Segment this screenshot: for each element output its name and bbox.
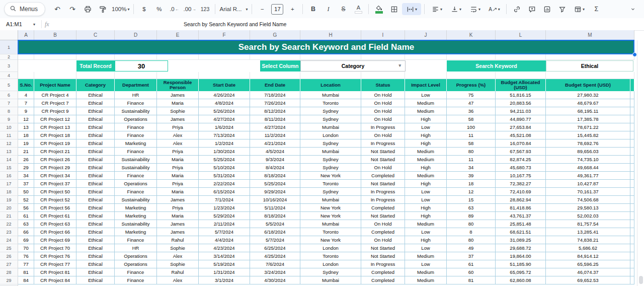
table-cell[interactable]: Finance: [115, 123, 157, 131]
undo-button[interactable]: ↶: [50, 3, 64, 15]
table-cell[interactable]: 8/18/2024: [250, 212, 300, 220]
table-cell[interactable]: James: [157, 196, 199, 204]
row-header-22[interactable]: 22: [0, 220, 18, 228]
create-filter-button[interactable]: [555, 3, 569, 15]
table-cell[interactable]: High: [405, 180, 447, 188]
table-cell[interactable]: 51,185.90: [496, 260, 546, 268]
strikethrough-button[interactable]: S: [336, 3, 350, 15]
table-cell[interactable]: Sustainability: [115, 156, 157, 164]
table-cell[interactable]: 10,427.87: [546, 180, 630, 188]
table-cell[interactable]: Completed: [361, 204, 405, 212]
table-cell[interactable]: Ethical: [76, 172, 115, 180]
column-header-i[interactable]: I: [361, 30, 405, 40]
table-cell[interactable]: 4/4/2024: [199, 236, 250, 244]
column-header-g[interactable]: G: [250, 30, 300, 40]
row-header-29[interactable]: 29: [0, 276, 18, 284]
table-cell[interactable]: Toronto: [300, 252, 361, 260]
table-cell[interactable]: Completed: [361, 276, 405, 284]
table-cell[interactable]: Medium: [405, 252, 447, 260]
row-header-17[interactable]: 17: [0, 180, 18, 188]
table-cell[interactable]: 7: [18, 99, 34, 107]
table-cell[interactable]: 56: [18, 204, 34, 212]
empty-cell[interactable]: [361, 72, 405, 79]
table-cell[interactable]: Priya: [157, 123, 199, 131]
table-cell[interactable]: 46,074.37: [546, 268, 630, 276]
table-cell[interactable]: Ethical: [76, 180, 115, 188]
column-header-j[interactable]: J: [405, 30, 447, 40]
table-cell[interactable]: 8/11/2024: [250, 115, 300, 123]
table-cell[interactable]: 50: [18, 188, 34, 196]
table-cell[interactable]: High: [405, 204, 447, 212]
table-cell[interactable]: Ethical: [76, 260, 115, 268]
table-cell[interactable]: Low: [405, 196, 447, 204]
table-cell[interactable]: Low: [405, 91, 447, 99]
search-keyword-label-cell[interactable]: Search Keyword: [447, 60, 546, 72]
font-select[interactable]: Arial R...: [218, 3, 249, 15]
table-cell[interactable]: CR Project 61: [34, 212, 76, 220]
table-cell[interactable]: 51,816.15: [496, 91, 546, 99]
table-cell[interactable]: Sydney: [300, 188, 361, 196]
row-header-3[interactable]: 3: [0, 60, 18, 72]
table-cell[interactable]: 66: [18, 228, 34, 236]
table-cell[interactable]: CR Project 12: [34, 115, 76, 123]
table-cell[interactable]: 5/11/2024: [250, 204, 300, 212]
table-cell[interactable]: Completed: [361, 228, 405, 236]
table-cell[interactable]: CR Project 29: [34, 164, 76, 172]
table-cell[interactable]: 4/8/2024: [199, 99, 250, 107]
selection-fill-handle[interactable]: [632, 52, 637, 57]
table-cell[interactable]: On Hold: [361, 220, 405, 228]
merge-cells-button[interactable]: [402, 3, 421, 15]
table-cell[interactable]: 1/23/2024: [199, 204, 250, 212]
row-header-5[interactable]: 5: [0, 79, 18, 91]
empty-cell[interactable]: [18, 54, 34, 60]
table-cell[interactable]: 4/21/2024: [250, 139, 300, 148]
table-cell[interactable]: Finance: [115, 276, 157, 284]
table-cell[interactable]: Mumbai: [300, 276, 361, 284]
table-cell[interactable]: HR: [115, 91, 157, 99]
insert-table-button[interactable]: [570, 3, 588, 15]
row-header-23[interactable]: 23: [0, 228, 18, 236]
column-header-l[interactable]: L: [496, 30, 546, 40]
collapse-toolbar-button[interactable]: [626, 3, 640, 15]
horizontal-align-button[interactable]: [428, 3, 446, 15]
table-cell[interactable]: James: [157, 228, 199, 236]
formula-input[interactable]: Search by Search Keyword and Field Name: [184, 18, 286, 30]
table-cell[interactable]: Finance: [115, 172, 157, 180]
column-header-a[interactable]: A: [18, 30, 34, 40]
table-cell[interactable]: 61: [447, 260, 496, 268]
table-cell[interactable]: 52,002.03: [546, 212, 630, 220]
table-cell[interactable]: 27,980.32: [546, 91, 630, 99]
table-cell[interactable]: High: [405, 115, 447, 123]
table-cell[interactable]: James: [157, 91, 199, 99]
table-column-header[interactable]: Status: [361, 79, 405, 91]
table-cell[interactable]: CR Project 37: [34, 180, 76, 188]
table-cell[interactable]: On Hold: [361, 91, 405, 99]
table-cell[interactable]: Rahul: [157, 236, 199, 244]
table-cell[interactable]: CR Project 18: [34, 131, 76, 139]
table-cell[interactable]: 20,883.56: [496, 99, 546, 107]
row-header-6[interactable]: 6: [0, 91, 18, 99]
table-cell[interactable]: CR Project 21: [34, 148, 76, 156]
table-cell[interactable]: 4/27/2024: [250, 123, 300, 131]
column-header-d[interactable]: D: [115, 30, 157, 40]
table-cell[interactable]: Medium: [405, 99, 447, 107]
table-column-header[interactable]: Budget Spent (USD): [546, 79, 630, 91]
table-cell[interactable]: 7/26/2024: [250, 99, 300, 107]
table-cell[interactable]: 27,653.84: [496, 123, 546, 131]
table-cell[interactable]: 9/3/2024: [250, 156, 300, 164]
table-cell[interactable]: 80: [447, 148, 496, 156]
table-cell[interactable]: Operations: [115, 260, 157, 268]
insert-chart-button[interactable]: [540, 3, 554, 15]
table-cell[interactable]: 29: [18, 164, 34, 172]
vertical-scrollbar[interactable]: [639, 276, 643, 284]
table-cell[interactable]: Priya: [157, 204, 199, 212]
table-cell[interactable]: 70,161.37: [546, 188, 630, 196]
fill-color-button[interactable]: [372, 3, 386, 15]
vertical-align-button[interactable]: [447, 3, 465, 15]
table-cell[interactable]: 3/24/2024: [250, 268, 300, 276]
table-cell[interactable]: 7/18/2024: [250, 91, 300, 99]
table-cell[interactable]: 7/6/2024: [250, 260, 300, 268]
table-cell[interactable]: 77: [18, 260, 34, 268]
table-cell[interactable]: 89: [447, 212, 496, 220]
table-cell[interactable]: Ethical: [76, 228, 115, 236]
